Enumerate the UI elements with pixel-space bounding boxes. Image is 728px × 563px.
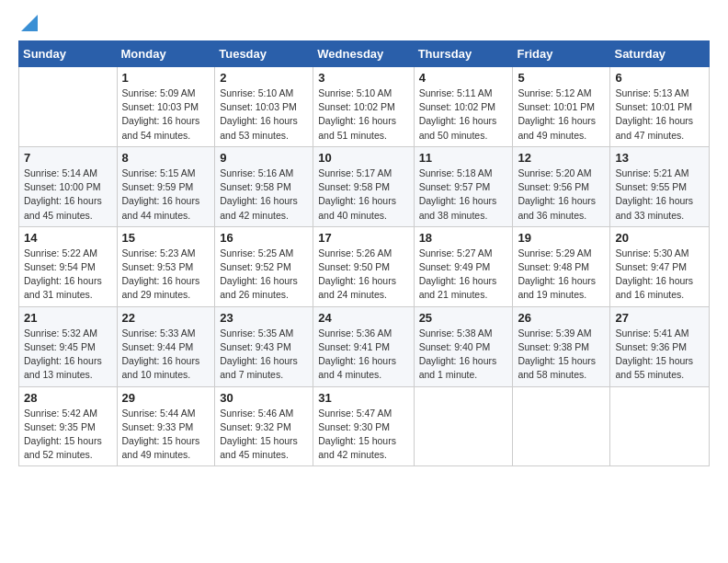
day-info: Sunrise: 5:15 AM Sunset: 9:59 PM Dayligh… (122, 167, 210, 223)
day-number: 27 (615, 311, 704, 325)
col-header-friday: Friday (513, 41, 610, 67)
day-cell: 28Sunrise: 5:42 AM Sunset: 9:35 PM Dayli… (19, 386, 118, 466)
day-info: Sunrise: 5:30 AM Sunset: 9:47 PM Dayligh… (615, 247, 704, 303)
day-cell: 20Sunrise: 5:30 AM Sunset: 9:47 PM Dayli… (610, 226, 710, 306)
day-number: 28 (24, 391, 112, 405)
day-number: 23 (220, 311, 308, 325)
day-cell: 17Sunrise: 5:26 AM Sunset: 9:50 PM Dayli… (313, 226, 414, 306)
day-info: Sunrise: 5:33 AM Sunset: 9:44 PM Dayligh… (122, 327, 210, 383)
day-info: Sunrise: 5:22 AM Sunset: 9:54 PM Dayligh… (24, 247, 112, 303)
day-cell (19, 67, 118, 147)
day-number: 10 (318, 151, 408, 165)
day-info: Sunrise: 5:20 AM Sunset: 9:56 PM Dayligh… (518, 167, 605, 223)
day-info: Sunrise: 5:11 AM Sunset: 10:02 PM Daylig… (419, 86, 508, 143)
day-info: Sunrise: 5:42 AM Sunset: 9:35 PM Dayligh… (24, 407, 112, 463)
day-cell: 19Sunrise: 5:29 AM Sunset: 9:48 PM Dayli… (513, 226, 610, 306)
day-number: 12 (518, 151, 605, 165)
day-cell: 11Sunrise: 5:18 AM Sunset: 9:57 PM Dayli… (414, 146, 513, 226)
day-cell: 7Sunrise: 5:14 AM Sunset: 10:00 PM Dayli… (19, 146, 118, 226)
day-number: 24 (318, 311, 408, 325)
col-header-thursday: Thursday (414, 41, 513, 67)
week-row-4: 21Sunrise: 5:32 AM Sunset: 9:45 PM Dayli… (19, 306, 710, 386)
day-number: 8 (122, 151, 210, 165)
day-number: 31 (318, 391, 408, 405)
day-cell: 14Sunrise: 5:22 AM Sunset: 9:54 PM Dayli… (19, 226, 118, 306)
day-cell: 26Sunrise: 5:39 AM Sunset: 9:38 PM Dayli… (513, 306, 610, 386)
day-number: 25 (419, 311, 508, 325)
day-cell: 16Sunrise: 5:25 AM Sunset: 9:52 PM Dayli… (215, 226, 313, 306)
day-cell: 27Sunrise: 5:41 AM Sunset: 9:36 PM Dayli… (610, 306, 710, 386)
day-info: Sunrise: 5:23 AM Sunset: 9:53 PM Dayligh… (122, 247, 210, 303)
day-cell (414, 386, 513, 466)
day-number: 26 (518, 311, 605, 325)
day-number: 11 (419, 151, 508, 165)
day-cell: 31Sunrise: 5:47 AM Sunset: 9:30 PM Dayli… (313, 386, 414, 466)
day-info: Sunrise: 5:21 AM Sunset: 9:55 PM Dayligh… (615, 167, 704, 223)
day-info: Sunrise: 5:46 AM Sunset: 9:32 PM Dayligh… (220, 407, 308, 463)
day-number: 5 (518, 71, 605, 85)
day-number: 6 (615, 71, 704, 85)
day-info: Sunrise: 5:09 AM Sunset: 10:03 PM Daylig… (122, 86, 210, 143)
day-info: Sunrise: 5:26 AM Sunset: 9:50 PM Dayligh… (318, 247, 408, 303)
day-info: Sunrise: 5:18 AM Sunset: 9:57 PM Dayligh… (419, 167, 508, 223)
day-info: Sunrise: 5:38 AM Sunset: 9:40 PM Dayligh… (419, 327, 508, 383)
day-cell: 2Sunrise: 5:10 AM Sunset: 10:03 PM Dayli… (215, 67, 313, 147)
calendar-table: SundayMondayTuesdayWednesdayThursdayFrid… (18, 40, 710, 466)
header (18, 15, 710, 35)
week-row-2: 7Sunrise: 5:14 AM Sunset: 10:00 PM Dayli… (19, 146, 710, 226)
day-cell: 13Sunrise: 5:21 AM Sunset: 9:55 PM Dayli… (610, 146, 710, 226)
day-cell: 8Sunrise: 5:15 AM Sunset: 9:59 PM Daylig… (117, 146, 215, 226)
day-info: Sunrise: 5:32 AM Sunset: 9:45 PM Dayligh… (24, 327, 112, 383)
day-number: 2 (220, 71, 308, 85)
day-number: 9 (220, 151, 308, 165)
day-number: 1 (122, 71, 210, 85)
day-number: 16 (220, 231, 308, 245)
day-info: Sunrise: 5:10 AM Sunset: 10:02 PM Daylig… (318, 86, 408, 143)
logo-icon (21, 15, 38, 31)
day-info: Sunrise: 5:25 AM Sunset: 9:52 PM Dayligh… (220, 247, 308, 303)
day-info: Sunrise: 5:10 AM Sunset: 10:03 PM Daylig… (220, 86, 308, 143)
day-info: Sunrise: 5:36 AM Sunset: 9:41 PM Dayligh… (318, 327, 408, 383)
day-cell: 5Sunrise: 5:12 AM Sunset: 10:01 PM Dayli… (513, 67, 610, 147)
day-cell: 6Sunrise: 5:13 AM Sunset: 10:01 PM Dayli… (610, 67, 710, 147)
header-row: SundayMondayTuesdayWednesdayThursdayFrid… (19, 41, 710, 67)
day-number: 22 (122, 311, 210, 325)
day-cell: 22Sunrise: 5:33 AM Sunset: 9:44 PM Dayli… (117, 306, 215, 386)
col-header-wednesday: Wednesday (313, 41, 414, 67)
day-info: Sunrise: 5:35 AM Sunset: 9:43 PM Dayligh… (220, 327, 308, 383)
day-info: Sunrise: 5:44 AM Sunset: 9:33 PM Dayligh… (122, 407, 210, 463)
day-info: Sunrise: 5:16 AM Sunset: 9:58 PM Dayligh… (220, 167, 308, 223)
day-cell (513, 386, 610, 466)
day-number: 19 (518, 231, 605, 245)
week-row-1: 1Sunrise: 5:09 AM Sunset: 10:03 PM Dayli… (19, 67, 710, 147)
day-number: 20 (615, 231, 704, 245)
day-info: Sunrise: 5:27 AM Sunset: 9:49 PM Dayligh… (419, 247, 508, 303)
day-cell: 12Sunrise: 5:20 AM Sunset: 9:56 PM Dayli… (513, 146, 610, 226)
day-cell: 10Sunrise: 5:17 AM Sunset: 9:58 PM Dayli… (313, 146, 414, 226)
svg-marker-0 (21, 15, 38, 31)
day-info: Sunrise: 5:47 AM Sunset: 9:30 PM Dayligh… (318, 407, 408, 463)
day-cell: 24Sunrise: 5:36 AM Sunset: 9:41 PM Dayli… (313, 306, 414, 386)
day-info: Sunrise: 5:17 AM Sunset: 9:58 PM Dayligh… (318, 167, 408, 223)
day-cell: 25Sunrise: 5:38 AM Sunset: 9:40 PM Dayli… (414, 306, 513, 386)
day-number: 3 (318, 71, 408, 85)
day-number: 17 (318, 231, 408, 245)
col-header-saturday: Saturday (610, 41, 710, 67)
day-number: 30 (220, 391, 308, 405)
day-number: 21 (24, 311, 112, 325)
day-cell: 15Sunrise: 5:23 AM Sunset: 9:53 PM Dayli… (117, 226, 215, 306)
day-info: Sunrise: 5:39 AM Sunset: 9:38 PM Dayligh… (518, 327, 605, 383)
logo (18, 15, 38, 35)
day-number: 14 (24, 231, 112, 245)
day-cell: 1Sunrise: 5:09 AM Sunset: 10:03 PM Dayli… (117, 67, 215, 147)
day-cell: 4Sunrise: 5:11 AM Sunset: 10:02 PM Dayli… (414, 67, 513, 147)
day-number: 29 (122, 391, 210, 405)
day-number: 18 (419, 231, 508, 245)
day-number: 15 (122, 231, 210, 245)
day-info: Sunrise: 5:13 AM Sunset: 10:01 PM Daylig… (615, 86, 704, 143)
col-header-tuesday: Tuesday (215, 41, 313, 67)
day-cell: 23Sunrise: 5:35 AM Sunset: 9:43 PM Dayli… (215, 306, 313, 386)
day-number: 7 (24, 151, 112, 165)
day-cell: 9Sunrise: 5:16 AM Sunset: 9:58 PM Daylig… (215, 146, 313, 226)
day-cell: 3Sunrise: 5:10 AM Sunset: 10:02 PM Dayli… (313, 67, 414, 147)
